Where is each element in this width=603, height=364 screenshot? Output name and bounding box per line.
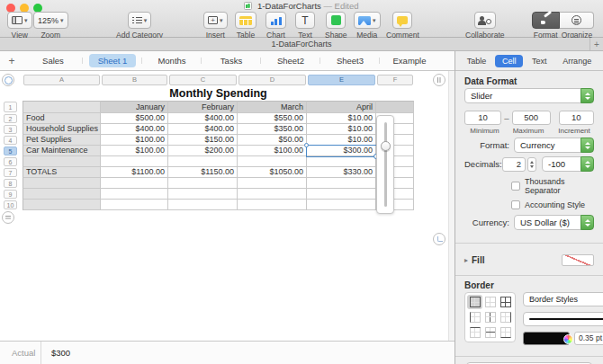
sheet-tab-tasks[interactable]: Tasks (202, 54, 261, 67)
row-header-7[interactable]: 7 (4, 168, 17, 177)
border-left-button[interactable] (467, 310, 482, 324)
column-header-A[interactable]: A (23, 75, 100, 85)
collaborate-button[interactable] (474, 12, 496, 29)
organize-button[interactable] (560, 12, 594, 29)
cell-B3[interactable]: $400.00 (101, 124, 168, 135)
border-right-button[interactable] (498, 310, 513, 324)
cell-B8[interactable] (101, 178, 168, 189)
cell-E7[interactable]: $330.00 (307, 167, 376, 178)
cell-D9[interactable] (238, 189, 307, 200)
cell-D4[interactable]: $50.00 (238, 135, 307, 146)
column-header-B[interactable]: B (102, 75, 167, 85)
selected-cell-value[interactable]: $300 (41, 348, 70, 358)
cell-B9[interactable] (101, 189, 168, 200)
tab-table[interactable]: Table (460, 55, 494, 67)
minimum-field[interactable]: 10 (464, 111, 501, 125)
insert-button[interactable]: + ▾ (203, 12, 228, 29)
currency-dropdown[interactable]: US Dollar ($) (514, 215, 594, 230)
cell-B4[interactable]: $100.00 (101, 135, 168, 146)
cell-B2[interactable]: $500.00 (101, 113, 168, 124)
maximum-field[interactable]: 500 (512, 111, 551, 125)
color-wheel-icon[interactable] (563, 334, 573, 344)
view-button[interactable]: ▾ (7, 12, 32, 29)
cell-B10[interactable] (101, 200, 168, 210)
zoom-button[interactable]: 125% ▾ (33, 12, 68, 29)
border-bottom-button[interactable] (498, 325, 513, 340)
tab-arrange[interactable]: Arrange (555, 55, 598, 67)
add-document-tab-button[interactable]: + (590, 38, 603, 50)
cell-A7[interactable]: TOTALS (22, 167, 101, 178)
table-resize-handle[interactable] (433, 233, 446, 245)
cell-B1[interactable]: January (101, 101, 168, 113)
cell-F1[interactable] (376, 101, 414, 113)
cell-A9[interactable] (22, 189, 101, 200)
row-header-10[interactable]: 10 (4, 200, 17, 209)
cell-B5[interactable]: $100.00 (101, 146, 168, 156)
table-select-handle[interactable] (2, 74, 14, 86)
row-header-8[interactable]: 8 (4, 179, 17, 188)
sheet-tab-sheet3[interactable]: Sheet3 (320, 54, 380, 67)
border-color-well[interactable] (523, 332, 570, 345)
cell-A10[interactable] (22, 200, 101, 210)
decimals-field[interactable]: 2 (502, 157, 526, 172)
cell-D2[interactable]: $550.00 (238, 113, 307, 124)
cell-E10[interactable] (307, 200, 376, 210)
add-row-handle[interactable] (2, 211, 14, 224)
cell-C4[interactable]: $150.00 (168, 135, 238, 146)
border-top-button[interactable] (467, 325, 482, 340)
row-header-6[interactable]: 6 (4, 157, 17, 166)
add-category-button[interactable]: ▾ (128, 12, 152, 29)
cell-E3[interactable]: $10.00 (307, 124, 376, 135)
cell-A5[interactable]: Car Maintenance (22, 146, 101, 156)
cell-E6[interactable] (307, 156, 376, 167)
negative-style-dropdown[interactable]: -100 (542, 156, 594, 172)
disclosure-triangle-icon[interactable]: ▸ (464, 256, 468, 264)
comment-button[interactable] (392, 12, 412, 29)
cell-D6[interactable] (238, 156, 307, 167)
add-sheet-button[interactable]: + (0, 55, 23, 67)
cell-D3[interactable]: $350.00 (238, 124, 307, 135)
cell-A8[interactable] (22, 178, 101, 189)
tab-text[interactable]: Text (525, 55, 554, 67)
tab-cell[interactable]: Cell (495, 55, 524, 67)
cell-C1[interactable]: February (168, 101, 238, 113)
border-outer-button[interactable] (467, 295, 482, 309)
cell-B7[interactable]: $1100.00 (101, 167, 168, 178)
cell-A3[interactable]: Household Supplies (22, 124, 101, 135)
column-header-F[interactable]: F (377, 75, 413, 85)
column-header-E[interactable]: E (308, 75, 375, 85)
cell-C6[interactable] (168, 156, 238, 167)
cell-E8[interactable] (307, 178, 376, 189)
border-line-style-dropdown[interactable] (523, 312, 603, 326)
scrollbar-track[interactable] (448, 71, 454, 341)
decimals-stepper[interactable] (527, 157, 536, 172)
slider-thumb[interactable] (381, 141, 391, 151)
table-title[interactable]: Monthly Spending (22, 87, 414, 100)
accounting-style-checkbox[interactable] (511, 200, 520, 209)
cell-C8[interactable] (168, 178, 238, 189)
row-header-3[interactable]: 3 (4, 125, 17, 134)
cell-E4[interactable]: $10.00 (307, 135, 376, 146)
border-inner-vertical-button[interactable] (482, 310, 498, 324)
cell-D7[interactable]: $1050.00 (238, 167, 307, 178)
increment-field[interactable]: 10 (559, 111, 594, 125)
cell-C7[interactable]: $1150.00 (168, 167, 238, 178)
slider-track[interactable] (384, 122, 387, 207)
fill-none-swatch[interactable] (562, 254, 594, 266)
row-header-4[interactable]: 4 (4, 136, 17, 145)
sheet-tab-sales[interactable]: Sales (23, 54, 83, 67)
cell-C5[interactable]: $200.00 (168, 146, 238, 156)
thousands-separator-checkbox[interactable] (511, 182, 520, 191)
cell-A6[interactable] (22, 156, 101, 167)
table-button[interactable] (235, 12, 256, 29)
add-column-handle[interactable] (433, 74, 446, 86)
row-header-9[interactable]: 9 (4, 190, 17, 199)
media-button[interactable]: ▾ (354, 12, 381, 29)
chart-button[interactable] (266, 12, 286, 29)
format-dropdown[interactable]: Currency (514, 138, 594, 153)
format-button[interactable] (532, 12, 560, 29)
border-none-button[interactable] (482, 295, 498, 309)
data-format-dropdown[interactable]: Slider (464, 88, 594, 103)
cell-A2[interactable]: Food (22, 113, 101, 124)
shape-button[interactable] (326, 12, 346, 29)
